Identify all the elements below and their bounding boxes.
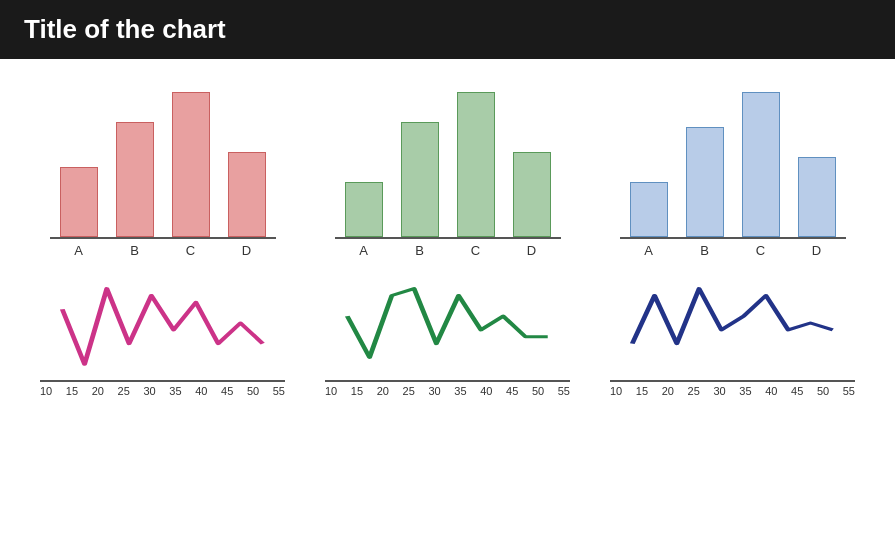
line-chart-1: 10152025303540455055 — [305, 258, 590, 397]
axis-label-0-4: 30 — [143, 385, 155, 397]
bar-label-1-1: B — [401, 243, 439, 258]
bar-2-3 — [798, 157, 836, 237]
axis-label-1-7: 45 — [506, 385, 518, 397]
axis-label-2-9: 55 — [843, 385, 855, 397]
header: Title of the chart — [0, 0, 895, 59]
axis-label-1-5: 35 — [454, 385, 466, 397]
axis-label-0-5: 35 — [169, 385, 181, 397]
axis-label-0-2: 20 — [92, 385, 104, 397]
bar-1-3 — [513, 152, 551, 237]
axis-label-2-7: 45 — [791, 385, 803, 397]
bar-0-2 — [172, 92, 210, 237]
chart-title: Title of the chart — [24, 14, 226, 44]
bar-label-0-2: C — [172, 243, 210, 258]
bar-label-0-3: D — [228, 243, 266, 258]
bar-0-0 — [60, 167, 98, 237]
axis-label-2-2: 20 — [662, 385, 674, 397]
axis-label-0-7: 45 — [221, 385, 233, 397]
axis-label-2-3: 25 — [688, 385, 700, 397]
bar-label-1-3: D — [513, 243, 551, 258]
bar-chart-2: ABCD — [590, 69, 875, 258]
axis-label-1-9: 55 — [558, 385, 570, 397]
bar-chart-0: ABCD — [20, 69, 305, 258]
axis-label-0-0: 10 — [40, 385, 52, 397]
bar-chart-1: ABCD — [305, 69, 590, 258]
axis-label-0-6: 40 — [195, 385, 207, 397]
axis-label-1-1: 15 — [351, 385, 363, 397]
bar-label-2-2: C — [742, 243, 780, 258]
bar-0-3 — [228, 152, 266, 237]
axis-label-1-4: 30 — [428, 385, 440, 397]
axis-label-2-0: 10 — [610, 385, 622, 397]
axis-label-2-4: 30 — [713, 385, 725, 397]
bar-0-1 — [116, 122, 154, 237]
bar-1-2 — [457, 92, 495, 237]
axis-label-1-6: 40 — [480, 385, 492, 397]
bar-1-1 — [401, 122, 439, 237]
axis-label-0-3: 25 — [118, 385, 130, 397]
axis-label-1-2: 20 — [377, 385, 389, 397]
axis-label-0-9: 55 — [273, 385, 285, 397]
axis-label-1-3: 25 — [403, 385, 415, 397]
line-chart-0: 10152025303540455055 — [20, 258, 305, 397]
charts-container: ABCDABCDABCD 101520253035404550551015202… — [0, 59, 895, 397]
axis-label-0-1: 15 — [66, 385, 78, 397]
axis-label-1-8: 50 — [532, 385, 544, 397]
line-svg-2 — [610, 268, 855, 378]
bar-label-0-1: B — [116, 243, 154, 258]
bar-2-0 — [630, 182, 668, 237]
axis-label-1-0: 10 — [325, 385, 337, 397]
bar-charts-row: ABCDABCDABCD — [20, 69, 875, 258]
axis-label-2-1: 15 — [636, 385, 648, 397]
bar-2-1 — [686, 127, 724, 237]
bar-2-2 — [742, 92, 780, 237]
bar-label-1-2: C — [457, 243, 495, 258]
bar-label-2-0: A — [630, 243, 668, 258]
bar-1-0 — [345, 182, 383, 237]
line-chart-2: 10152025303540455055 — [590, 258, 875, 397]
axis-label-0-8: 50 — [247, 385, 259, 397]
bar-label-2-3: D — [798, 243, 836, 258]
line-svg-0 — [40, 268, 285, 378]
bar-label-2-1: B — [686, 243, 724, 258]
axis-label-2-8: 50 — [817, 385, 829, 397]
line-svg-1 — [325, 268, 570, 378]
axis-label-2-5: 35 — [739, 385, 751, 397]
axis-label-2-6: 40 — [765, 385, 777, 397]
line-charts-row: 1015202530354045505510152025303540455055… — [20, 258, 875, 397]
bar-label-1-0: A — [345, 243, 383, 258]
bar-label-0-0: A — [60, 243, 98, 258]
